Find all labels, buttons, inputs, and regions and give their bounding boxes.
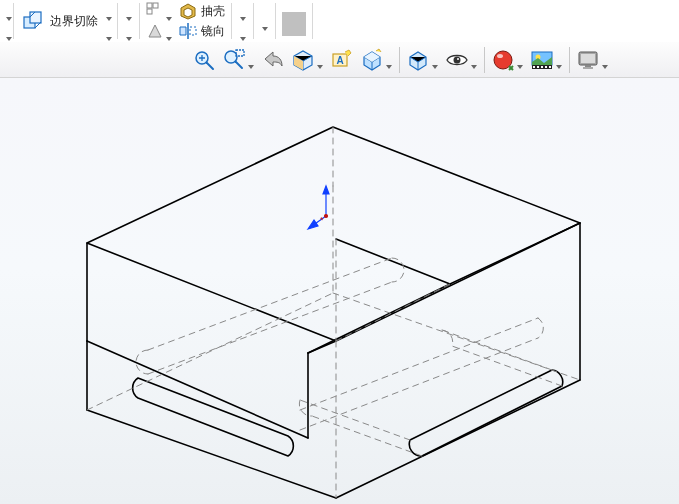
model-viewport[interactable]: * [0, 78, 679, 504]
view-orientation-button[interactable] [358, 45, 395, 75]
svg-point-14 [457, 58, 459, 60]
svg-point-13 [454, 56, 461, 63]
boundary-cut-icon [22, 9, 46, 33]
origin-marker: * [308, 186, 329, 229]
view-orientation-icon [360, 48, 384, 72]
appearance-button[interactable] [489, 45, 526, 75]
svg-rect-23 [545, 66, 547, 68]
zoom-fit-button[interactable] [190, 45, 218, 75]
dropdown-arrow[interactable] [260, 9, 269, 34]
svg-rect-20 [533, 66, 535, 68]
svg-line-7 [207, 62, 214, 69]
svg-rect-21 [537, 66, 539, 68]
mirror-label: 镜向 [201, 23, 225, 40]
svg-rect-3 [153, 3, 158, 8]
model-drawing: * [0, 78, 679, 504]
zoom-window-icon [222, 48, 246, 72]
dynamic-annotation-button[interactable]: A [328, 45, 356, 75]
dropdown-arrow[interactable] [384, 47, 393, 72]
fillet-group [124, 0, 133, 42]
mirror-icon [179, 22, 197, 40]
svg-rect-26 [581, 54, 595, 63]
scene-icon [530, 48, 554, 72]
svg-rect-24 [549, 66, 551, 68]
material-swatch[interactable] [282, 12, 306, 36]
split-group-left [4, 0, 13, 42]
boundary-cut-button[interactable]: 边界切除 [18, 5, 102, 37]
svg-marker-30 [323, 186, 329, 194]
dropdown-arrow[interactable] [600, 47, 609, 72]
dropdown-arrow[interactable] [104, 19, 113, 44]
curve-group [260, 0, 269, 42]
dropdown-arrow[interactable] [430, 47, 439, 72]
appearance-icon [491, 48, 515, 72]
linear-pattern-icon [146, 2, 164, 20]
dropdown-arrow[interactable] [164, 19, 173, 44]
svg-marker-32 [308, 220, 318, 229]
dropdown-arrow[interactable] [246, 47, 255, 72]
section-view-button[interactable] [289, 45, 326, 75]
dropdown-arrow[interactable] [515, 47, 524, 72]
svg-point-16 [497, 54, 503, 58]
dropdown-arrow[interactable] [315, 47, 324, 72]
shell-button[interactable]: 抽壳 [179, 1, 225, 21]
ribbon-row: 边界切除 [0, 0, 679, 43]
previous-view-button[interactable] [259, 45, 287, 75]
svg-rect-28 [583, 67, 593, 69]
app-root: 边界切除 [0, 0, 679, 504]
pattern-group [146, 0, 173, 42]
boundary-cut-label: 边界切除 [50, 13, 98, 30]
dropdown-arrow[interactable] [4, 19, 13, 44]
display-style-button[interactable] [404, 45, 441, 75]
view-toolbar: A [0, 42, 679, 78]
svg-line-9 [236, 61, 243, 68]
svg-point-33 [325, 215, 328, 218]
mirror-button[interactable]: 镜向 [179, 21, 225, 41]
svg-text:*: * [320, 215, 324, 225]
previous-view-icon [261, 48, 285, 72]
hide-show-icon [445, 48, 469, 72]
dropdown-arrow[interactable] [554, 47, 563, 72]
zoom-fit-icon [192, 48, 216, 72]
svg-rect-2 [147, 3, 152, 8]
svg-text:A: A [336, 55, 343, 66]
shell-label: 抽壳 [201, 3, 225, 20]
ref-geometry-group [238, 0, 247, 42]
shell-icon [179, 2, 197, 20]
svg-rect-4 [147, 9, 152, 14]
render-icon [576, 48, 600, 72]
render-button[interactable] [574, 45, 611, 75]
section-view-icon [291, 48, 315, 72]
dropdown-arrow[interactable] [238, 19, 247, 44]
dynamic-annotation-icon: A [330, 48, 354, 72]
svg-rect-22 [541, 66, 543, 68]
svg-rect-27 [585, 65, 591, 67]
zoom-window-button[interactable] [220, 45, 257, 75]
display-style-icon [406, 48, 430, 72]
scene-button[interactable] [528, 45, 565, 75]
dropdown-arrow[interactable] [469, 47, 478, 72]
dropdown-arrow[interactable] [124, 19, 133, 44]
svg-rect-1 [30, 12, 41, 23]
draft-icon [146, 22, 164, 40]
hide-show-button[interactable] [443, 45, 480, 75]
